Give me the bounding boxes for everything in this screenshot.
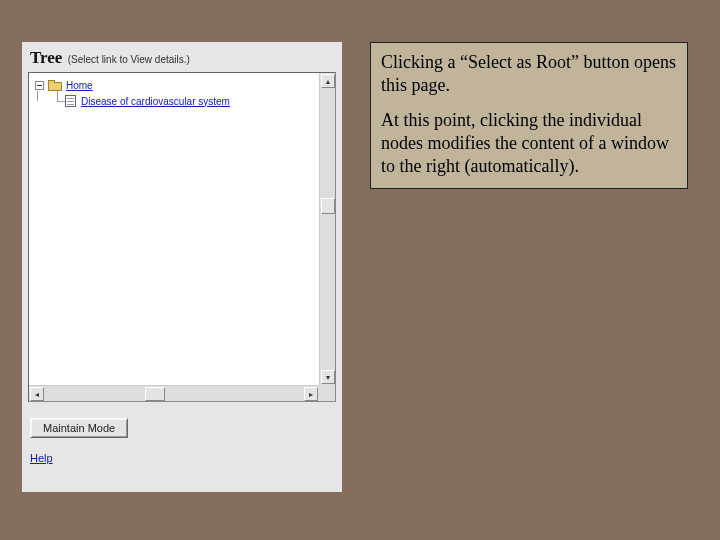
note-paragraph-1: Clicking a “Select as Root” button opens…: [381, 51, 677, 97]
horizontal-scroll-thumb[interactable]: [145, 387, 165, 401]
annotation-note: Clicking a “Select as Root” button opens…: [370, 42, 688, 189]
tree-node-disease[interactable]: Disease of cardiovascular system: [31, 93, 317, 109]
maintain-mode-button[interactable]: Maintain Mode: [30, 418, 128, 438]
panel-title: Tree: [30, 48, 62, 67]
vertical-scroll-thumb[interactable]: [321, 198, 335, 214]
tree-panel: Tree (Select link to View details.) Home…: [22, 42, 342, 492]
help-link[interactable]: Help: [30, 452, 53, 464]
scroll-down-button[interactable]: ▾: [321, 370, 335, 384]
vertical-scrollbar[interactable]: ▴ ▾: [319, 73, 335, 385]
note-paragraph-2: At this point, clicking the individual n…: [381, 109, 677, 178]
tree-connector: [37, 91, 38, 101]
tree-content: Home Disease of cardiovascular system: [29, 73, 319, 385]
tree-container: Home Disease of cardiovascular system ▴ …: [28, 72, 336, 402]
tree-node-home[interactable]: Home: [31, 77, 317, 93]
horizontal-scrollbar[interactable]: ◂ ▸: [29, 385, 319, 401]
panel-subtitle: (Select link to View details.): [68, 54, 190, 65]
tree-node-label[interactable]: Home: [66, 80, 93, 91]
tree-branch-line: [53, 93, 63, 109]
folder-icon: [48, 80, 62, 91]
tree-node-label[interactable]: Disease of cardiovascular system: [81, 96, 230, 107]
scroll-right-button[interactable]: ▸: [304, 387, 318, 401]
scrollbar-corner: [319, 385, 335, 401]
page-icon: [65, 95, 76, 107]
scroll-up-button[interactable]: ▴: [321, 74, 335, 88]
collapse-icon[interactable]: [35, 81, 44, 90]
panel-header: Tree (Select link to View details.): [22, 42, 342, 72]
scroll-left-button[interactable]: ◂: [30, 387, 44, 401]
